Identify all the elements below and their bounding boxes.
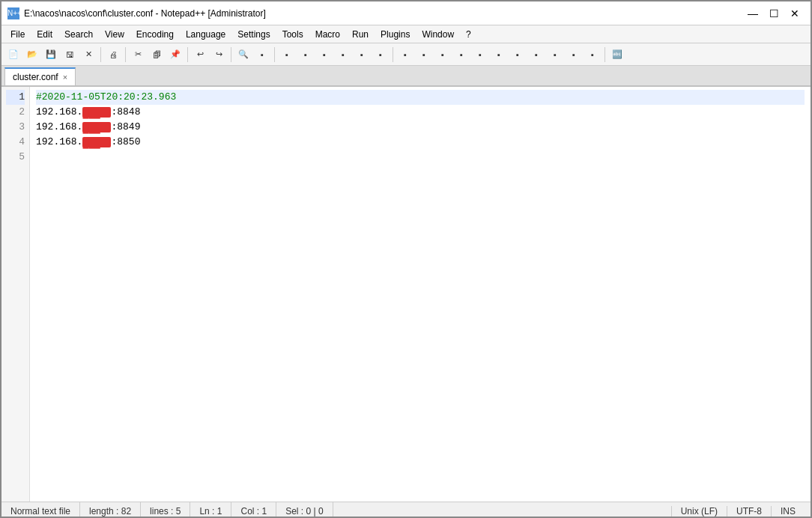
tb-r7[interactable]: ▪ (396, 46, 414, 64)
code-editor[interactable]: #2020-11-05T20:20:23.963192.168.███:8848… (30, 87, 811, 502)
menu-item-settings[interactable]: Settings (231, 25, 276, 43)
menu-item-tools[interactable]: Tools (276, 25, 309, 43)
tb-r16[interactable]: ▪ (565, 46, 583, 64)
code-line-3: 192.168.███:8849 (36, 120, 805, 135)
toolbar-separator (605, 47, 605, 62)
undo-button[interactable]: ↩ (191, 46, 209, 64)
menu-item-file[interactable]: File (4, 25, 31, 43)
close-button-tb[interactable]: ✕ (79, 46, 97, 64)
toolbar-separator (187, 47, 188, 62)
menu-item-macro[interactable]: Macro (309, 25, 346, 43)
tb-r2[interactable]: ▪ (297, 46, 315, 64)
menu-item-plugins[interactable]: Plugins (375, 25, 416, 43)
comment-span: #2020-11-05T20:20:23.963 (36, 90, 176, 105)
file-type-status: Normal text file (7, 502, 80, 518)
tab-label: cluster.conf (13, 72, 58, 82)
tb-r15[interactable]: ▪ (546, 46, 564, 64)
save-button[interactable]: 💾 (42, 46, 60, 64)
line-number-3: 3 (6, 120, 25, 135)
code-line-1: #2020-11-05T20:20:23.963 (36, 90, 805, 105)
menu-item-?[interactable]: ? (460, 25, 477, 43)
lines-status: lines : 5 (141, 502, 190, 518)
new-button[interactable]: 📄 (4, 46, 22, 64)
ins-status: INS (771, 506, 805, 517)
spell-check-button[interactable]: 🔤 (608, 46, 626, 64)
tb-r8[interactable]: ▪ (415, 46, 433, 64)
line-number-1: 1 (6, 90, 25, 105)
cut-button[interactable]: ✂ (129, 46, 147, 64)
tab-cluster-conf[interactable]: cluster.conf × (4, 67, 76, 85)
tb-r10[interactable]: ▪ (452, 46, 470, 64)
menu-item-view[interactable]: View (99, 25, 130, 43)
tb-r17[interactable]: ▪ (584, 46, 602, 64)
tb-r1[interactable]: ▪ (278, 46, 296, 64)
tb-r11[interactable]: ▪ (471, 46, 489, 64)
menu-bar: FileEditSearchViewEncodingLanguageSettin… (1, 25, 811, 43)
menu-item-window[interactable]: Window (416, 25, 460, 43)
tb-r5[interactable]: ▪ (353, 46, 371, 64)
toolbar-separator (100, 47, 101, 62)
editor-area: 12345 #2020-11-05T20:20:23.963192.168.██… (1, 87, 811, 502)
minimize-button[interactable]: — (743, 4, 763, 22)
close-button[interactable]: ✕ (785, 4, 805, 22)
redo-button[interactable]: ↪ (210, 46, 228, 64)
menu-item-edit[interactable]: Edit (31, 25, 58, 43)
redacted-ip-part: ███ (82, 122, 111, 132)
encoding-status: UTF-8 (727, 506, 771, 517)
ln-status: Ln : 1 (190, 502, 231, 518)
tb-r4[interactable]: ▪ (334, 46, 352, 64)
code-line-5 (36, 150, 805, 165)
line-number-5: 5 (6, 150, 25, 165)
length-status: length : 82 (80, 502, 141, 518)
toolbar-separator (231, 47, 231, 62)
toolbar-separator (125, 47, 126, 62)
menu-item-run[interactable]: Run (346, 25, 375, 43)
save-all-button[interactable]: 🖫 (61, 46, 79, 64)
tb-r3[interactable]: ▪ (315, 46, 333, 64)
app-icon: N++ (7, 7, 19, 19)
copy-button[interactable]: 🗐 (148, 46, 166, 64)
tb-r14[interactable]: ▪ (527, 46, 545, 64)
open-button[interactable]: 📂 (23, 46, 41, 64)
line-number-2: 2 (6, 105, 25, 120)
eol-status: Unix (LF) (671, 506, 727, 517)
menu-item-encoding[interactable]: Encoding (130, 25, 180, 43)
line-numbers: 12345 (1, 87, 30, 502)
tb-r12[interactable]: ▪ (490, 46, 508, 64)
maximize-button[interactable]: ☐ (764, 4, 784, 22)
replace-button[interactable]: ▪ (253, 46, 271, 64)
title-bar: N++ E:\nacos\nacos\conf\cluster.conf - N… (1, 1, 811, 25)
code-line-4: 192.168.███:8850 (36, 135, 805, 150)
redacted-ip-part: ███ (82, 107, 111, 118)
find-button[interactable]: 🔍 (234, 46, 252, 64)
col-status: Col : 1 (231, 502, 276, 518)
window-title: E:\nacos\nacos\conf\cluster.conf - Notep… (24, 8, 743, 19)
sel-status: Sel : 0 | 0 (276, 502, 333, 518)
menu-item-search[interactable]: Search (58, 25, 99, 43)
toolbar: 📄📂💾🖫✕🖨✂🗐📌↩↪🔍▪▪▪▪▪▪▪▪▪▪▪▪▪▪▪▪▪▪🔤 (1, 43, 811, 66)
menu-item-language[interactable]: Language (180, 25, 231, 43)
line-number-4: 4 (6, 135, 25, 150)
tb-r13[interactable]: ▪ (509, 46, 527, 64)
tab-close-button[interactable]: × (63, 73, 67, 82)
paste-button[interactable]: 📌 (166, 46, 184, 64)
code-line-2: 192.168.███:8848 (36, 105, 805, 120)
print-button[interactable]: 🖨 (104, 46, 122, 64)
tb-r6[interactable]: ▪ (372, 46, 390, 64)
redacted-ip-part: ███ (82, 137, 111, 147)
window-controls: — ☐ ✕ (743, 4, 805, 22)
tab-bar: cluster.conf × (1, 66, 811, 87)
status-right: Unix (LF) UTF-8 INS (671, 506, 805, 517)
tb-r9[interactable]: ▪ (434, 46, 452, 64)
toolbar-separator (393, 47, 393, 62)
toolbar-separator (274, 47, 275, 62)
status-bar: Normal text file length : 82 lines : 5 L… (1, 502, 811, 518)
